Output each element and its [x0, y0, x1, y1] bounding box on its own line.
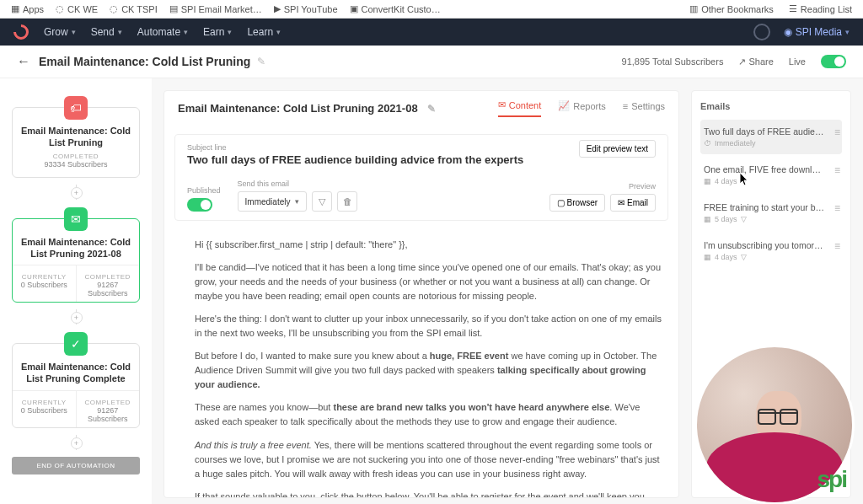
- convertkit-logo-icon[interactable]: [10, 21, 31, 42]
- email-editor-panel: Email Maintenance: Cold List Pruning 202…: [163, 90, 679, 498]
- automation-title: Email Maintenance: Cold List Pruning: [39, 55, 250, 68]
- flow-node-complete[interactable]: ✓ Email Maintenance: Cold List Pruning C…: [12, 343, 140, 428]
- preview-browser-button[interactable]: ▢ Browser: [549, 194, 605, 212]
- mouse-cursor-icon: [740, 173, 750, 186]
- clock-icon: ⏱: [704, 139, 711, 147]
- spi-logo: spi: [817, 466, 846, 493]
- funnel-icon: ▽: [741, 253, 747, 261]
- live-toggle[interactable]: [821, 55, 846, 68]
- nav-grow[interactable]: Grow▾: [44, 26, 76, 38]
- tab-settings[interactable]: ≡Settings: [623, 101, 665, 116]
- published-label: Published: [187, 186, 221, 195]
- tab-reports[interactable]: 📈Reports: [558, 100, 606, 116]
- subject-label: Subject line: [187, 143, 523, 152]
- published-toggle[interactable]: [187, 198, 212, 212]
- total-subscribers: 91,895 Total Subscribers: [622, 56, 724, 67]
- other-bookmarks[interactable]: ▥ Other Bookmarks: [685, 3, 778, 15]
- tab-content[interactable]: ✉Content: [498, 99, 542, 117]
- nav-learn[interactable]: Learn▾: [247, 26, 281, 38]
- email-body-editor[interactable]: Hi {{ subscriber.first_name | strip | de…: [164, 231, 678, 497]
- check-icon: ✓: [64, 332, 88, 356]
- nav-send[interactable]: Send▾: [91, 26, 122, 38]
- email-icon: ✉: [64, 207, 88, 231]
- drag-handle-icon[interactable]: ≡: [834, 164, 840, 176]
- preview-email-button[interactable]: ✉ Email: [610, 194, 656, 212]
- email-list-item[interactable]: One email, FIVE free downloa… ▦4 days ▽ …: [700, 158, 842, 192]
- envelope-icon: ✉: [498, 99, 506, 110]
- back-arrow-icon[interactable]: ←: [17, 54, 30, 69]
- send-schedule-select[interactable]: Immediately▾: [238, 191, 308, 212]
- email-list-item[interactable]: Two full days of FREE audienc… ⏱Immediat…: [700, 120, 842, 154]
- bookmark-cktspi[interactable]: ◌ CK TSPI: [105, 3, 162, 15]
- page-body: 🏷 Email Maintenance: Cold List Pruning C…: [0, 78, 863, 504]
- calendar-icon: ▦: [704, 253, 711, 261]
- calendar-icon: ▦: [704, 177, 711, 185]
- calendar-icon: ▦: [704, 215, 711, 223]
- sequence-title: Email Maintenance: Cold List Pruning 202…: [178, 102, 436, 115]
- edit-sequence-icon[interactable]: ✎: [427, 103, 436, 115]
- send-schedule-label: Send this email: [238, 180, 358, 188]
- add-step-icon[interactable]: [76, 435, 77, 450]
- account-menu[interactable]: ◉ SPI Media▾: [784, 26, 850, 38]
- bookmark-ck-custo[interactable]: ▣ ConvertKit Custo…: [346, 3, 445, 15]
- preview-label: Preview: [629, 182, 656, 190]
- subject-line[interactable]: Two full days of FREE audience building …: [187, 153, 523, 166]
- tag-icon: 🏷: [64, 96, 88, 120]
- email-list-item[interactable]: I'm unsubscribing you tomorr… ▦4 days ▽ …: [700, 233, 842, 268]
- automation-flow-panel: 🏷 Email Maintenance: Cold List Pruning C…: [0, 78, 152, 504]
- email-list-item[interactable]: FREE training to start your bu… ▦5 days …: [700, 196, 842, 230]
- drag-handle-icon[interactable]: ≡: [834, 240, 840, 252]
- edit-preview-text-button[interactable]: Edit preview text: [579, 140, 656, 158]
- bookmark-spi-email[interactable]: ▤ SPI Email Market…: [165, 3, 266, 15]
- app-navbar: Grow▾ Send▾ Automate▾ Earn▾ Learn▾ ◉ SPI…: [0, 19, 863, 46]
- flow-node-sequence-2021-08[interactable]: ✉ Email Maintenance: Cold List Pruning 2…: [12, 218, 140, 303]
- share-button[interactable]: ↗ Share: [738, 56, 773, 67]
- nav-earn[interactable]: Earn▾: [203, 26, 232, 38]
- automation-header: ← Email Maintenance: Cold List Pruning ✎…: [0, 46, 863, 78]
- funnel-icon: ▽: [741, 215, 747, 223]
- sliders-icon: ≡: [623, 101, 628, 111]
- filter-icon[interactable]: ▽: [312, 191, 332, 212]
- bookmark-spi-youtube[interactable]: ▶ SPI YouTube: [270, 3, 342, 15]
- apps-shortcut[interactable]: ▦ Apps: [7, 3, 48, 15]
- help-icon[interactable]: [753, 24, 770, 40]
- reading-list[interactable]: ☰ Reading List: [785, 3, 856, 15]
- email-meta-block: Subject line Two full days of FREE audie…: [174, 134, 668, 221]
- browser-bookmarks-bar: ▦ Apps ◌ CK WE ◌ CK TSPI ▤ SPI Email Mar…: [0, 0, 863, 19]
- drag-handle-icon[interactable]: ≡: [834, 202, 840, 214]
- add-step-icon[interactable]: [76, 185, 77, 200]
- delete-icon[interactable]: 🗑: [337, 191, 357, 212]
- drag-handle-icon[interactable]: ≡: [834, 126, 840, 138]
- chart-icon: 📈: [558, 100, 570, 111]
- edit-title-icon[interactable]: ✎: [257, 56, 265, 67]
- end-of-automation: END OF AUTOMATION: [12, 457, 140, 475]
- live-label: Live: [789, 56, 806, 67]
- add-step-icon[interactable]: [76, 309, 77, 324]
- bookmark-ckwe[interactable]: ◌ CK WE: [51, 3, 102, 15]
- emails-heading: Emails: [700, 101, 842, 111]
- flow-node-start[interactable]: 🏷 Email Maintenance: Cold List Pruning C…: [12, 107, 140, 178]
- nav-automate[interactable]: Automate▾: [137, 26, 188, 38]
